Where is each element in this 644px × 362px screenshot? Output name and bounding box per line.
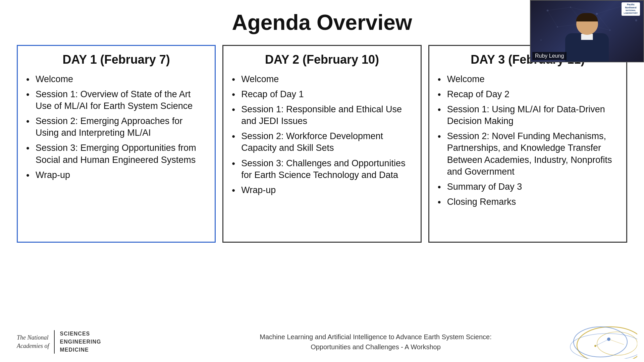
slide-container: Agenda Overview DAY 1 (February 7) Welco… [0, 0, 644, 362]
logo-national-text: The NationalAcademies of [17, 334, 49, 350]
list-item: Session 2: Novel Funding Mechanisms, Par… [438, 130, 618, 177]
list-item: Welcome [438, 73, 618, 85]
list-item: Session 1: Overview of State of the Art … [26, 88, 206, 112]
day1-list: Welcome Session 1: Overview of State of … [26, 73, 206, 181]
logo-divider [54, 330, 55, 354]
day1-header: DAY 1 (February 7) [26, 53, 206, 67]
columns-container: DAY 1 (February 7) Welcome Session 1: Ov… [17, 45, 627, 243]
video-pnnl-logo: PacificNorthwestNATIONALLABORATORY [622, 2, 640, 16]
svg-point-2 [597, 332, 637, 355]
day2-list: Welcome Recap of Day 1 Session 1: Respon… [232, 73, 412, 196]
slide-footer: The NationalAcademies of SCIENCESENGINEE… [0, 322, 644, 362]
svg-line-23 [548, 10, 557, 27]
list-item: Session 2: Emerging Approaches for Using… [26, 115, 206, 139]
svg-point-16 [540, 39, 542, 41]
day2-column: DAY 2 (February 10) Welcome Recap of Day… [222, 45, 421, 243]
svg-point-1 [574, 327, 627, 357]
day3-column: DAY 3 (February 11) Welcome Recap of Day… [428, 45, 627, 243]
svg-line-19 [597, 6, 623, 14]
list-item: Session 3: Challenges and Opportunities … [232, 158, 412, 181]
list-item: Session 1: Responsible and Ethical Use a… [232, 104, 412, 127]
svg-line-17 [548, 7, 571, 11]
list-item: Summary of Day 3 [438, 181, 618, 193]
video-name-tag: Ruby Leung [532, 52, 567, 60]
list-item: Session 3: Emerging Opportunities from S… [26, 142, 206, 166]
day1-column: DAY 1 (February 7) Welcome Session 1: Ov… [17, 45, 216, 243]
video-overlay: PacificNorthwestNATIONALLABORATORY Ruby … [530, 0, 644, 62]
video-inner: PacificNorthwestNATIONALLABORATORY Ruby … [531, 1, 643, 62]
list-item: Recap of Day 2 [438, 88, 618, 100]
list-item: Session 2: Workforce Development Capacit… [232, 130, 412, 154]
list-item: Welcome [232, 73, 412, 85]
svg-line-7 [609, 339, 624, 345]
logo-sciences-text: SCIENCESENGINEERINGMEDICINE [60, 330, 101, 354]
list-item: Session 1: Using ML/AI for Data-Driven D… [438, 104, 618, 127]
day3-list: Welcome Recap of Day 2 Session 1: Using … [438, 73, 618, 208]
list-item: Welcome [26, 73, 206, 85]
day2-header: DAY 2 (February 10) [232, 53, 412, 67]
decorative-circles [543, 325, 637, 359]
svg-line-6 [595, 339, 609, 346]
list-item: Wrap-up [26, 169, 206, 181]
list-item: Wrap-up [232, 184, 412, 196]
footer-logo: The NationalAcademies of SCIENCESENGINEE… [17, 330, 124, 354]
list-item: Closing Remarks [438, 196, 618, 208]
list-item: Recap of Day 1 [232, 88, 412, 100]
